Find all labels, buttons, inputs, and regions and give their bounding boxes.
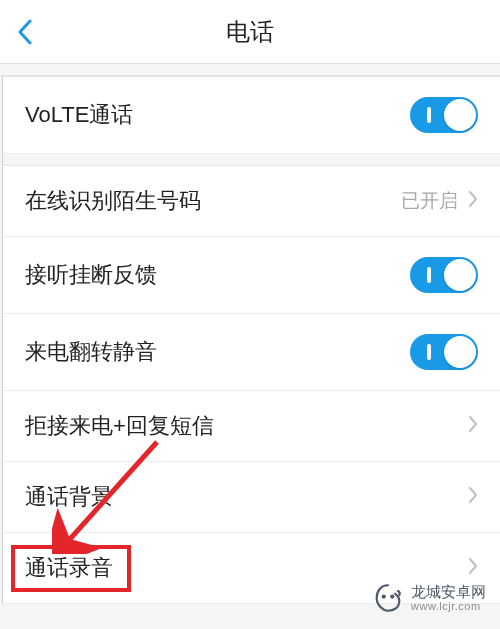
toggle-on-indicator [427, 107, 431, 123]
row-label: 通话录音 [25, 553, 113, 583]
svg-point-2 [390, 594, 394, 598]
chevron-right-icon [468, 557, 478, 579]
toggle-knob [444, 99, 476, 131]
row-label: VoLTE通话 [25, 100, 133, 130]
back-button[interactable] [0, 0, 50, 64]
row-right [468, 415, 478, 437]
toggle-flip-mute[interactable] [410, 334, 478, 370]
page-title: 电话 [226, 16, 274, 48]
row-right: 已开启 [401, 188, 478, 214]
row-right [468, 557, 478, 579]
row-value: 已开启 [401, 188, 458, 214]
row-call-background[interactable]: 通话背景 [3, 462, 500, 533]
back-icon [17, 19, 33, 45]
watermark-text: 龙城安卓网 www.lcjr.com [411, 583, 486, 613]
toggle-volte[interactable] [410, 97, 478, 133]
row-right [468, 486, 478, 508]
chevron-right-icon [468, 190, 478, 212]
header: 电话 [0, 0, 500, 64]
svg-point-1 [382, 594, 386, 598]
row-label: 来电翻转静音 [25, 337, 157, 367]
toggle-knob [444, 336, 476, 368]
watermark: 龙城安卓网 www.lcjr.com [371, 581, 486, 615]
row-label: 拒接来电+回复短信 [25, 411, 214, 441]
chevron-right-icon [468, 486, 478, 508]
row-label: 在线识别陌生号码 [25, 186, 201, 216]
row-label: 接听挂断反馈 [25, 260, 157, 290]
watermark-title: 龙城安卓网 [411, 583, 486, 600]
watermark-icon [371, 581, 405, 615]
settings-list: VoLTE通话 在线识别陌生号码 已开启 接听挂断反馈 来电翻转静音 拒接来电+… [2, 76, 500, 604]
row-flip-mute[interactable]: 来电翻转静音 [3, 314, 500, 391]
chevron-right-icon [468, 415, 478, 437]
row-volte[interactable]: VoLTE通话 [3, 77, 500, 154]
toggle-knob [444, 259, 476, 291]
row-identify-numbers[interactable]: 在线识别陌生号码 已开启 [3, 166, 500, 237]
row-reject-sms[interactable]: 拒接来电+回复短信 [3, 391, 500, 462]
toggle-on-indicator [427, 267, 431, 283]
toggle-on-indicator [427, 344, 431, 360]
section-gap [0, 64, 500, 76]
section-gap [3, 154, 500, 166]
row-answer-feedback[interactable]: 接听挂断反馈 [3, 237, 500, 314]
watermark-url: www.lcjr.com [411, 600, 486, 613]
toggle-feedback[interactable] [410, 257, 478, 293]
row-label: 通话背景 [25, 482, 113, 512]
